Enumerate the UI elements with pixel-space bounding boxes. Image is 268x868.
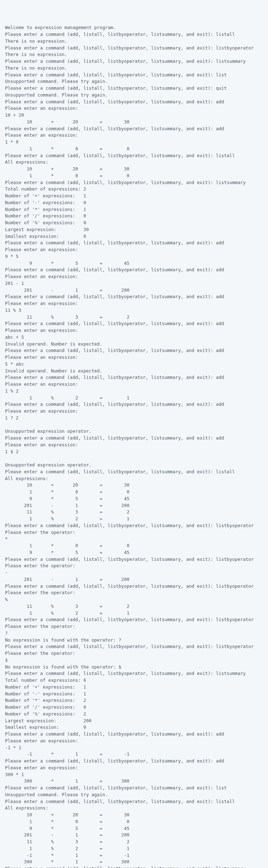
console-line: Please enter an expression: (5, 132, 263, 139)
console-line: Please enter the operator: (5, 650, 263, 657)
console-line: Number of '/' expressions: 0 (5, 704, 263, 711)
console-line: 201 - 1 = 200 (5, 576, 263, 583)
console-line: Please enter a command (add, listall, li… (5, 153, 263, 159)
console-line: Please enter the operator: (5, 563, 263, 569)
console-line: 1 * 0 = 0 (5, 818, 263, 825)
console-line: Please enter an expression: (5, 408, 263, 415)
console-line: Invalid operand. Number is expected. (5, 368, 263, 375)
console-line: 1 * 0 = 0 (5, 173, 263, 179)
console-line: Please enter a command (add, listall, li… (5, 798, 263, 805)
console-line: 1 * 0 = 0 (5, 489, 263, 496)
console-line: Please enter an expression: (5, 738, 263, 745)
console-line: 201 - 1 = 200 (5, 287, 263, 294)
console-line: Please enter a command (add, listall, li… (5, 45, 263, 52)
console-line: 1 % 2 = 1 (5, 610, 263, 617)
console-line: Please enter an expression: (5, 765, 263, 771)
console-line: -1 * 1 (5, 745, 263, 751)
console-line: There is no expression. (5, 51, 263, 58)
console-line: ? (5, 630, 263, 637)
console-line: Please enter a command (add, listall, li… (5, 583, 263, 590)
console-line: Welcome to expression management program… (5, 24, 263, 31)
console-line: Please enter a command (add, listall, li… (5, 865, 263, 868)
console-line: Please enter an expression: (5, 273, 263, 280)
console-line: 1 % 2 (5, 388, 263, 395)
console-line: Please enter the operator: (5, 529, 263, 536)
console-line: Number of '*' expressions: 2 (5, 697, 263, 704)
console-line: 201 - 1 = 200 (5, 502, 263, 509)
console-line: Please enter a command (add, listall, li… (5, 347, 263, 354)
console-line: Please enter a command (add, listall, li… (5, 240, 263, 247)
console-line: Number of '%' expressions: 2 (5, 711, 263, 718)
console-line: Please enter the operator: (5, 623, 263, 630)
console-line: 1 * 0 (5, 139, 263, 146)
console-line: 10 + 20 = 30 (5, 812, 263, 818)
console-line: There is no expression. (5, 38, 263, 45)
console-line: 1 % 2 = 1 (5, 395, 263, 402)
console-line: 9 * 5 = 45 (5, 496, 263, 502)
console-line (5, 422, 263, 428)
console-line: 9 * 5 = 45 (5, 825, 263, 832)
console-line: 9 * 5 (5, 253, 263, 260)
console-line: Total number of expressions: 2 (5, 186, 263, 193)
console-line: Please enter an expression: (5, 354, 263, 361)
console-line: Total number of expressions: 6 (5, 677, 263, 684)
console-line: -1 * 1 = -1 (5, 852, 263, 859)
console-line: 10 + 20 = 30 (5, 482, 263, 489)
console-line: Please enter a command (add, listall, li… (5, 374, 263, 381)
console-line: 11 % 3 = 2 (5, 509, 263, 516)
console-line: Please enter an expression: (5, 300, 263, 307)
console-line: Number of '+' expressions: 1 (5, 684, 263, 691)
console-line: Please enter a command (add, listall, li… (5, 643, 263, 650)
console-line: Please enter the operator: (5, 590, 263, 596)
console-line: All expressions: (5, 159, 263, 166)
console-line: Please enter a command (add, listall, li… (5, 616, 263, 623)
console-line: Please enter a command (add, listall, li… (5, 99, 263, 105)
console-line: 11 % 3 (5, 307, 263, 314)
console-line: 1 % 2 = 1 (5, 845, 263, 852)
console-line: Please enter a command (add, listall, li… (5, 267, 263, 273)
console-line: All expressions: (5, 475, 263, 482)
console-line: Unsupported command. Please try again. (5, 92, 263, 99)
console-line: 1 ? 2 (5, 415, 263, 422)
console-line: 300 * 1 = 300 (5, 778, 263, 785)
console-line: Please enter a command (add, listall, li… (5, 294, 263, 300)
console-line: Invalid operand. Number is expected. (5, 341, 263, 348)
console-line: Please enter a command (add, listall, li… (5, 31, 263, 38)
console-line: 10 + 20 = 30 (5, 166, 263, 173)
console-line: Please enter a command (add, listall, li… (5, 179, 263, 186)
console-line: Smallest expression: 0 (5, 724, 263, 731)
console-line: Smallest expression: 0 (5, 233, 263, 240)
console-line: All expressions: (5, 805, 263, 812)
console-line: Please enter a command (add, listall, li… (5, 85, 263, 92)
console-line: Unsupported expression operator. (5, 428, 263, 435)
console-line: 9 * 5 = 45 (5, 260, 263, 267)
console-line: Please enter a command (add, listall, li… (5, 469, 263, 475)
console-line: 11 % 3 = 2 (5, 314, 263, 321)
console-line: Please enter a command (add, listall, li… (5, 435, 263, 442)
console-line: Please enter a command (add, listall, li… (5, 670, 263, 677)
console-line: 300 * 1 (5, 771, 263, 778)
console-line: No expression is found with the operator… (5, 637, 263, 644)
console-line: $ (5, 657, 263, 664)
console-line: Number of '%' expressions: 0 (5, 220, 263, 226)
console-line: Number of '-' expressions: 1 (5, 691, 263, 698)
console-line: Please enter a command (add, listall, li… (5, 401, 263, 408)
console-line: 300 * 1 = 300 (5, 859, 263, 865)
console-line (5, 455, 263, 462)
console-line: 5 * abc (5, 361, 263, 368)
console-line: -1 * 1 = -1 (5, 751, 263, 758)
console-line: Please enter an expression: (5, 327, 263, 334)
console-line: 201 - 1 (5, 280, 263, 287)
console-line: 10 + 20 (5, 112, 263, 119)
console-line: Largest expression: 200 (5, 718, 263, 724)
console-line: 10 + 20 = 30 (5, 119, 263, 126)
console-line: Please enter a command (add, listall, li… (5, 556, 263, 563)
console-line: 1 * 0 = 0 (5, 543, 263, 549)
console-line: 9 * 5 = 45 (5, 549, 263, 556)
console-line: Unsupported command. Please try again. (5, 792, 263, 798)
console-line: Unsupported command. Please try again. (5, 78, 263, 85)
console-line: 11 % 3 = 2 (5, 839, 263, 845)
console-line: 1 $ 2 (5, 449, 263, 455)
console-line: Please enter an expression: (5, 105, 263, 112)
console-line: Please enter a command (add, listall, li… (5, 758, 263, 765)
